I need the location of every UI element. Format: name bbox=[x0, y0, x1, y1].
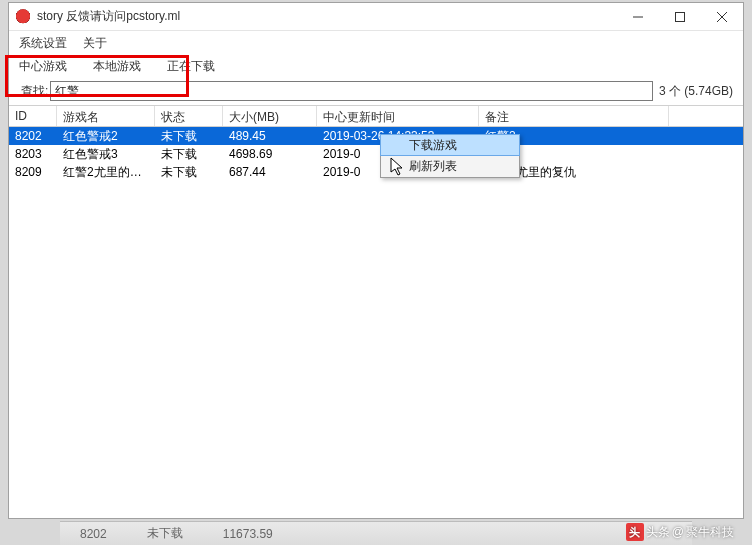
cell-status: 未下载 bbox=[155, 146, 223, 163]
menu-about[interactable]: 关于 bbox=[83, 35, 107, 52]
bg-text-b: 未下载 bbox=[147, 525, 183, 542]
watermark-logo-icon: 头 bbox=[626, 523, 644, 541]
cell-size: 489.45 bbox=[223, 129, 317, 143]
background-strip: 8202 未下载 11673.59 bbox=[60, 521, 692, 545]
col-status[interactable]: 状态 bbox=[155, 106, 223, 126]
app-icon bbox=[15, 9, 31, 25]
bg-text-c: 11673.59 bbox=[223, 527, 273, 541]
table-row[interactable]: 8203 红色警戒3 未下载 4698.69 2019-0 bbox=[9, 145, 743, 163]
cell-name: 红警2尤里的… bbox=[57, 164, 155, 181]
bg-text-a: 8202 bbox=[80, 527, 107, 541]
col-id[interactable]: ID bbox=[9, 106, 57, 126]
watermark-prefix: 头条 bbox=[646, 524, 670, 541]
cell-name: 红色警戒2 bbox=[57, 128, 155, 145]
col-name[interactable]: 游戏名 bbox=[57, 106, 155, 126]
watermark-at: @ bbox=[672, 525, 684, 539]
table-row[interactable]: 8202 红色警戒2 未下载 489.45 2019-03-26 14:33:5… bbox=[9, 127, 743, 145]
tab-downloading[interactable]: 正在下载 bbox=[167, 58, 215, 75]
context-menu: 下载游戏 刷新列表 bbox=[380, 134, 520, 178]
minimize-button[interactable] bbox=[617, 3, 659, 31]
tab-local-games[interactable]: 本地游戏 bbox=[93, 58, 141, 75]
window-title: story 反馈请访问pcstory.ml bbox=[37, 8, 617, 25]
watermark: 头 头条 @ 聚牛科技 bbox=[626, 523, 734, 541]
col-remark[interactable]: 备注 bbox=[479, 106, 669, 126]
search-input[interactable] bbox=[50, 81, 653, 101]
menu-settings[interactable]: 系统设置 bbox=[19, 35, 67, 52]
close-button[interactable] bbox=[701, 3, 743, 31]
cell-size: 687.44 bbox=[223, 165, 317, 179]
search-row: 查找: 3 个 (5.74GB) bbox=[9, 77, 743, 105]
tab-center-games[interactable]: 中心游戏 bbox=[19, 58, 67, 75]
tabs-row: 中心游戏 本地游戏 正在下载 bbox=[9, 55, 743, 77]
menu-item-download[interactable]: 下载游戏 bbox=[380, 134, 520, 156]
maximize-button[interactable] bbox=[659, 3, 701, 31]
search-label: 查找: bbox=[21, 83, 48, 100]
cell-id: 8203 bbox=[9, 147, 57, 161]
table-row[interactable]: 8209 红警2尤里的… 未下载 687.44 2019-0 警戒2尤里的复仇 bbox=[9, 163, 743, 181]
col-date[interactable]: 中心更新时间 bbox=[317, 106, 479, 126]
cell-name: 红色警戒3 bbox=[57, 146, 155, 163]
cell-id: 8202 bbox=[9, 129, 57, 143]
col-size[interactable]: 大小(MB) bbox=[223, 106, 317, 126]
table-body[interactable]: 8202 红色警戒2 未下载 489.45 2019-03-26 14:33:5… bbox=[9, 127, 743, 518]
watermark-name: 聚牛科技 bbox=[686, 524, 734, 541]
svg-rect-0 bbox=[676, 12, 685, 21]
search-result-count: 3 个 (5.74GB) bbox=[659, 83, 733, 100]
cell-size: 4698.69 bbox=[223, 147, 317, 161]
titlebar[interactable]: story 反馈请访问pcstory.ml bbox=[9, 3, 743, 31]
menubar: 系统设置 关于 bbox=[9, 31, 743, 55]
main-window: story 反馈请访问pcstory.ml 系统设置 关于 中心游戏 本地游戏 … bbox=[8, 2, 744, 519]
cell-id: 8209 bbox=[9, 165, 57, 179]
cell-status: 未下载 bbox=[155, 164, 223, 181]
table-header: ID 游戏名 状态 大小(MB) 中心更新时间 备注 bbox=[9, 105, 743, 127]
cell-status: 未下载 bbox=[155, 128, 223, 145]
menu-item-refresh[interactable]: 刷新列表 bbox=[381, 155, 519, 177]
